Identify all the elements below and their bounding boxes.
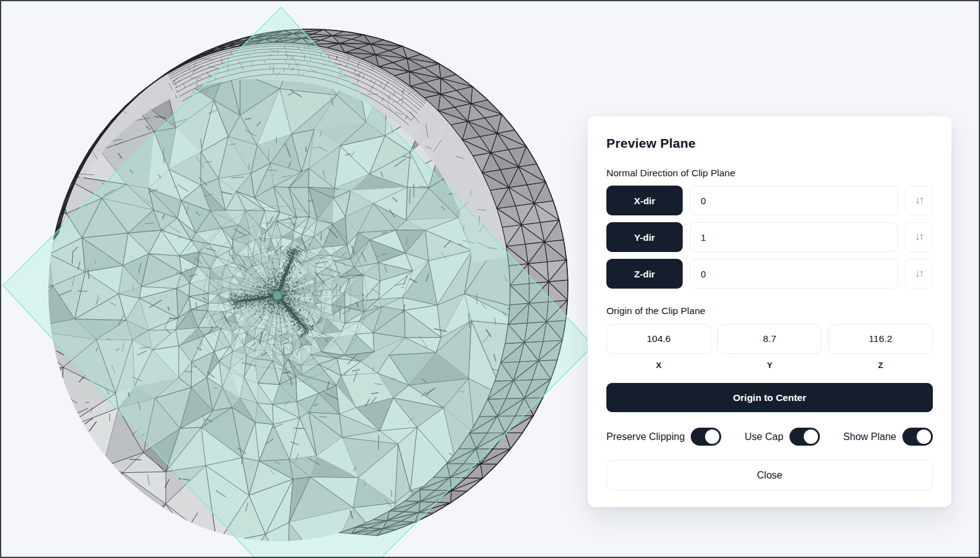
z-dir-flip-button[interactable]: ↓↑ xyxy=(905,259,933,289)
origin-x-axis-label: X xyxy=(606,361,711,370)
close-button[interactable]: Close xyxy=(606,460,933,490)
y-dir-flip-button[interactable]: ↓↑ xyxy=(905,222,933,252)
origin-to-center-button[interactable]: Origin to Center xyxy=(606,383,933,412)
y-dir-input[interactable] xyxy=(690,222,898,252)
swap-vertical-icon: ↓↑ xyxy=(915,231,923,243)
swap-vertical-icon: ↓↑ xyxy=(915,268,923,280)
preserve-clipping-label: Preserve Clipping xyxy=(606,431,685,443)
origin-x-input[interactable] xyxy=(606,324,711,354)
z-dir-row: Z-dir ↓↑ xyxy=(606,259,933,289)
panel-title: Preview Plane xyxy=(606,136,933,151)
toggle-row: Preserve Clipping Use Cap Show Plane xyxy=(606,428,933,446)
origin-y-cell: Y xyxy=(717,324,822,370)
toggle-knob xyxy=(917,430,931,444)
preview-plane-panel: Preview Plane Normal Direction of Clip P… xyxy=(588,116,951,507)
toggle-knob xyxy=(705,430,719,444)
origin-label: Origin of the Clip Plane xyxy=(606,305,933,317)
z-dir-input[interactable] xyxy=(690,259,898,289)
y-dir-row: Y-dir ↓↑ xyxy=(606,222,933,252)
use-cap-group: Use Cap xyxy=(745,428,820,446)
origin-grid: X Y Z xyxy=(606,324,933,370)
x-dir-flip-button[interactable]: ↓↑ xyxy=(905,186,933,215)
x-dir-input[interactable] xyxy=(690,186,898,215)
origin-z-cell: Z xyxy=(828,324,933,370)
swap-vertical-icon: ↓↑ xyxy=(915,194,923,207)
origin-z-axis-label: Z xyxy=(828,361,933,370)
origin-x-cell: X xyxy=(606,324,711,370)
show-plane-toggle[interactable] xyxy=(902,428,933,446)
preserve-clipping-group: Preserve Clipping xyxy=(606,428,721,446)
preserve-clipping-toggle[interactable] xyxy=(691,428,721,446)
show-plane-label: Show Plane xyxy=(843,431,896,443)
origin-y-axis-label: Y xyxy=(717,361,822,370)
normal-direction-label: Normal Direction of Clip Plane xyxy=(606,168,933,179)
show-plane-group: Show Plane xyxy=(843,428,933,446)
use-cap-toggle[interactable] xyxy=(789,428,820,446)
y-dir-button[interactable]: Y-dir xyxy=(606,222,683,252)
z-dir-button[interactable]: Z-dir xyxy=(606,259,683,289)
toggle-knob xyxy=(804,430,818,444)
origin-z-input[interactable] xyxy=(828,324,933,354)
origin-y-input[interactable] xyxy=(717,324,822,354)
x-dir-button[interactable]: X-dir xyxy=(606,186,683,215)
use-cap-label: Use Cap xyxy=(745,431,783,443)
x-dir-row: X-dir ↓↑ xyxy=(606,186,933,215)
